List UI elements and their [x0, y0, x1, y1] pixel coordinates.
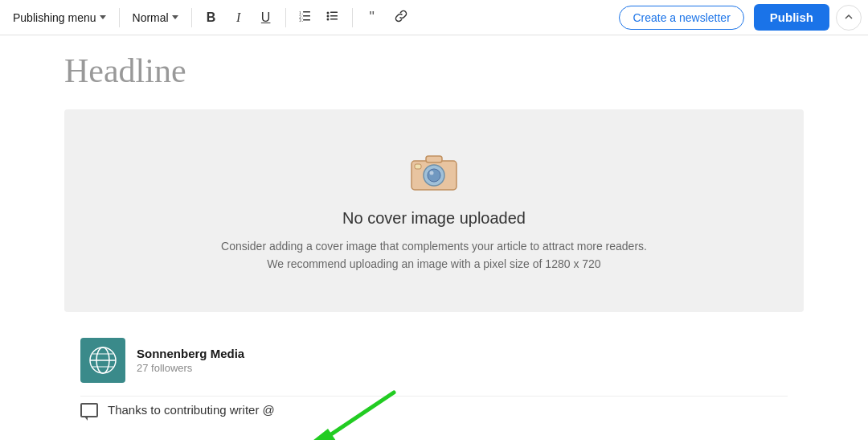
author-section: Sonnenberg Media 27 followers: [80, 338, 788, 397]
list-group: 1. 2. 3.: [293, 5, 346, 31]
comment-row: Thanks to contributing writer @: [80, 397, 788, 424]
cover-image-title: No cover image uploaded: [342, 209, 526, 228]
toolbar-divider-1: [119, 8, 120, 27]
ordered-list-icon: 1. 2. 3.: [299, 10, 312, 26]
cover-image-placeholder[interactable]: No cover image uploaded Consider adding …: [64, 109, 804, 312]
author-avatar: [80, 338, 125, 383]
toolbar: Publishing menu Normal B I U 1. 2.: [0, 0, 868, 35]
ordered-list-button[interactable]: 1. 2. 3.: [293, 5, 318, 31]
link-icon: [395, 10, 407, 26]
content-area: Headline No cover image uploaded Conside…: [0, 35, 868, 440]
bold-icon: B: [207, 10, 216, 25]
author-name: Sonnenberg Media: [137, 347, 244, 360]
toolbar-divider-3: [285, 8, 286, 27]
text-format-group: B I U: [199, 5, 279, 31]
toolbar-divider-2: [191, 8, 192, 27]
bold-button[interactable]: B: [199, 5, 224, 31]
svg-point-6: [326, 11, 329, 14]
publish-btn-label: Publish: [770, 10, 813, 24]
quote-icon: ": [369, 9, 374, 26]
underline-icon: U: [261, 10, 271, 25]
svg-line-23: [321, 393, 394, 440]
headline-placeholder[interactable]: Headline: [64, 51, 804, 90]
format-label: Normal: [133, 11, 169, 24]
chevron-down-icon: [100, 15, 106, 19]
create-newsletter-button[interactable]: Create a newsletter: [619, 6, 743, 30]
italic-icon: I: [236, 10, 240, 25]
svg-point-14: [428, 169, 440, 182]
publishing-menu-button[interactable]: Publishing menu: [6, 6, 113, 29]
chevron-down-icon: [172, 15, 178, 19]
underline-button[interactable]: U: [253, 5, 279, 31]
publish-button[interactable]: Publish: [754, 4, 829, 31]
arrow-annotation: [297, 388, 410, 440]
svg-point-10: [326, 18, 329, 20]
comment-text: Thanks to contributing writer @: [108, 403, 275, 417]
svg-rect-9: [330, 15, 338, 17]
svg-rect-7: [330, 11, 338, 13]
format-select-button[interactable]: Normal: [126, 6, 185, 29]
link-button[interactable]: [388, 5, 414, 31]
svg-rect-11: [330, 18, 338, 20]
toolbar-divider-4: [352, 8, 353, 27]
author-info: Sonnenberg Media 27 followers: [137, 347, 244, 374]
unordered-list-icon: [326, 10, 339, 26]
svg-rect-3: [303, 15, 310, 17]
unordered-list-button[interactable]: [320, 5, 346, 31]
italic-button[interactable]: I: [226, 5, 252, 31]
author-followers: 27 followers: [137, 362, 244, 374]
svg-point-15: [430, 171, 434, 175]
quote-button[interactable]: ": [359, 5, 385, 31]
camera-icon: [408, 148, 460, 196]
publishing-menu-label: Publishing menu: [13, 11, 96, 24]
svg-rect-17: [415, 164, 421, 169]
expand-button[interactable]: [836, 5, 862, 31]
svg-rect-1: [303, 11, 310, 13]
newsletter-btn-label: Create a newsletter: [633, 11, 730, 24]
comment-icon: [80, 403, 98, 417]
svg-rect-16: [426, 156, 442, 162]
svg-rect-5: [303, 19, 310, 21]
chevron-up-icon: [844, 11, 854, 24]
cover-image-subtitle: Consider adding a cover image that compl…: [221, 237, 647, 273]
svg-point-8: [326, 14, 329, 17]
